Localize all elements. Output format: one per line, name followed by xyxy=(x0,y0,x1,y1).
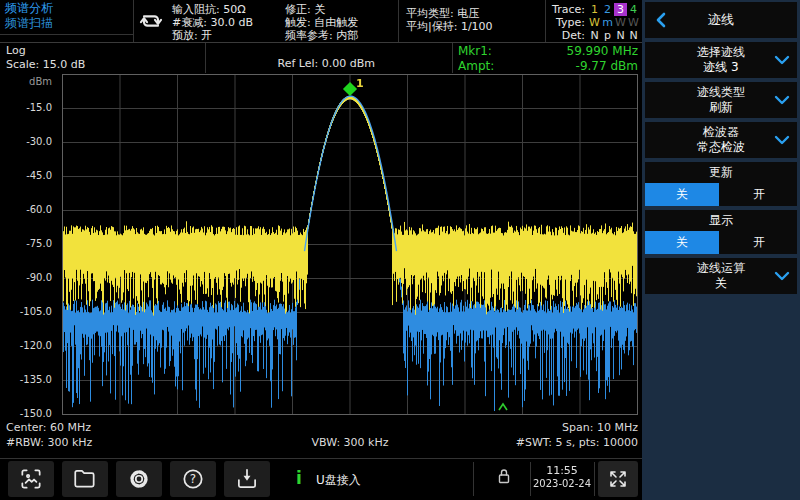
average-type: 平均类型: 电压 xyxy=(406,7,493,20)
menu-item-trace-type[interactable]: 迹线类型 刷新 xyxy=(645,82,797,118)
toggle-on-button[interactable]: 开 xyxy=(721,183,797,206)
trace-4-type: W xyxy=(627,16,640,29)
marker-readout-freq: 59.990 MHz xyxy=(456,44,638,58)
screenshot-button[interactable] xyxy=(8,461,54,497)
trace-3-detector: N xyxy=(614,29,627,42)
menu-title: 迹线 xyxy=(645,2,797,38)
info-icon: i xyxy=(296,468,302,488)
marker-readout-ampt-value: -9.77 dBm xyxy=(456,59,638,73)
lock-icon xyxy=(495,466,513,486)
toolbar-separator-3 xyxy=(594,462,595,496)
y-axis-tick: -15.0 xyxy=(2,102,52,113)
chevron-down-icon xyxy=(774,94,790,106)
menu-item-select-trace[interactable]: 选择迹线 迹线 3 xyxy=(645,42,797,78)
trace-1-number: 1 xyxy=(588,3,601,16)
mode-underline xyxy=(0,34,133,35)
trace-3-type: W xyxy=(614,16,627,29)
marker-1-label: 1 xyxy=(356,77,364,90)
spectrum-canvas[interactable] xyxy=(62,74,638,415)
y-axis-tick: -90.0 xyxy=(2,272,52,283)
trigger: 触发: 自由触发 xyxy=(285,16,358,29)
folder-icon xyxy=(72,466,98,492)
toggle-off-button[interactable]: 关 xyxy=(645,231,719,254)
menu-item-trace-math[interactable]: 迹线运算 关 xyxy=(645,258,797,294)
ref-level: Ref Lel: 0.00 dBm xyxy=(230,57,375,70)
y-axis-tick: -30.0 xyxy=(2,136,52,147)
chevron-down-icon xyxy=(774,134,790,146)
trace-1-type: W xyxy=(588,16,601,29)
average-hold: 平均|保持: 1/100 xyxy=(406,20,493,33)
attenuation: #衰减: 30.0 dB xyxy=(172,16,253,29)
input-impedance: 输入阻抗: 50Ω xyxy=(172,3,253,16)
correction: 修正: 关 xyxy=(285,3,358,16)
spectrum-plot[interactable] xyxy=(62,74,638,415)
y-axis-tick: -45.0 xyxy=(2,170,52,181)
scale-per-div: Scale: 15.0 dB xyxy=(6,58,85,71)
trace-row-label: Trace: xyxy=(545,3,585,16)
trace-4-detector: N xyxy=(627,29,640,42)
menu-item-update-toggle: 更新 关 开 xyxy=(645,162,797,206)
svg-text:?: ? xyxy=(190,472,196,486)
type-row-label: Type: xyxy=(545,16,585,29)
chevron-down-icon xyxy=(774,270,790,282)
file-manager-button[interactable] xyxy=(62,461,108,497)
usb-status-text: U盘接入 xyxy=(316,472,361,489)
trace-4-number: 4 xyxy=(627,3,640,16)
trigger-settings-column: 修正: 关 触发: 自由触发 频率参考: 内部 xyxy=(285,3,358,42)
toggle-off-button[interactable]: 关 xyxy=(645,183,719,206)
preamp: 预放: 开 xyxy=(172,29,253,42)
menu-item-display-toggle: 显示 关 开 xyxy=(645,210,797,254)
y-axis-unit: dBm xyxy=(2,76,52,87)
trace-menu-panel: 迹线 选择迹线 迹线 3 迹线类型 刷新 检波器 常态检波 更新 关 xyxy=(642,0,800,500)
span: Span: 10 MHz xyxy=(400,421,638,434)
trace-2-number: 2 xyxy=(601,3,614,16)
trace-2-detector: p xyxy=(601,29,614,42)
chevron-down-icon xyxy=(774,54,790,66)
status-separator-1 xyxy=(205,43,206,73)
mode-tab-spectrum-sweep[interactable]: 频谱扫描 xyxy=(5,16,130,31)
y-axis-tick: -150.0 xyxy=(2,408,52,419)
fullscreen-button[interactable] xyxy=(598,461,638,497)
toolbar-top-border xyxy=(0,458,642,459)
y-axis-tick: -105.0 xyxy=(2,306,52,317)
continuous-sweep-button[interactable] xyxy=(137,7,167,35)
menu-item-detector[interactable]: 检波器 常态检波 xyxy=(645,122,797,158)
topbar-bottom-border xyxy=(0,42,642,43)
status-separator-2 xyxy=(452,43,453,73)
menu-back-header[interactable]: 迹线 xyxy=(645,2,797,38)
expand-arrows-icon xyxy=(606,467,630,491)
gear-icon xyxy=(126,466,152,492)
header-separator-1 xyxy=(133,0,134,42)
date-display: 2023-02-24 xyxy=(531,477,593,490)
save-download-icon xyxy=(234,466,260,492)
touch-lock-button[interactable] xyxy=(495,466,515,488)
clock-block: 11:55 2023-02-24 xyxy=(531,464,593,490)
save-button[interactable] xyxy=(224,461,270,497)
mode-tabs[interactable]: 频谱分析 频谱扫描 xyxy=(5,1,130,31)
time-display: 11:55 xyxy=(531,464,593,477)
loop-arrows-icon xyxy=(137,7,165,35)
average-settings-column: 平均类型: 电压 平均|保持: 1/100 xyxy=(406,7,493,33)
log-scale-type: Log xyxy=(6,44,26,57)
trace-status-table: Trace: 1 2 3 4 Type: W m W W Det: N p N … xyxy=(545,0,642,42)
help-button[interactable]: ? xyxy=(170,461,216,497)
det-row-label: Det: xyxy=(545,29,585,42)
help-icon: ? xyxy=(180,466,206,492)
center-freq-caret-icon xyxy=(497,402,509,412)
y-axis-tick: -75.0 xyxy=(2,238,52,249)
header-separator-2 xyxy=(398,0,399,42)
screenshot-icon xyxy=(18,466,44,492)
settings-button[interactable] xyxy=(116,461,162,497)
toggle-on-button[interactable]: 开 xyxy=(721,231,797,254)
trace-3-number-selected: 3 xyxy=(614,3,627,16)
toggle-label: 更新 xyxy=(645,163,797,181)
center-frequency: Center: 60 MHz xyxy=(6,421,91,434)
trace-1-detector: N xyxy=(588,29,601,42)
trace-2-type: m xyxy=(601,16,614,29)
y-axis-tick: -120.0 xyxy=(2,340,52,351)
freq-reference: 频率参考: 内部 xyxy=(285,29,358,42)
spectrum-analyzer-screen: 频谱分析 频谱扫描 输入阻抗: 50Ω #衰减: 30.0 dB 预放: 开 修… xyxy=(0,0,800,500)
input-settings-column: 输入阻抗: 50Ω #衰减: 30.0 dB 预放: 开 xyxy=(172,3,253,42)
y-axis-tick: -60.0 xyxy=(2,204,52,215)
mode-tab-spectrum-analysis[interactable]: 频谱分析 xyxy=(5,1,130,16)
